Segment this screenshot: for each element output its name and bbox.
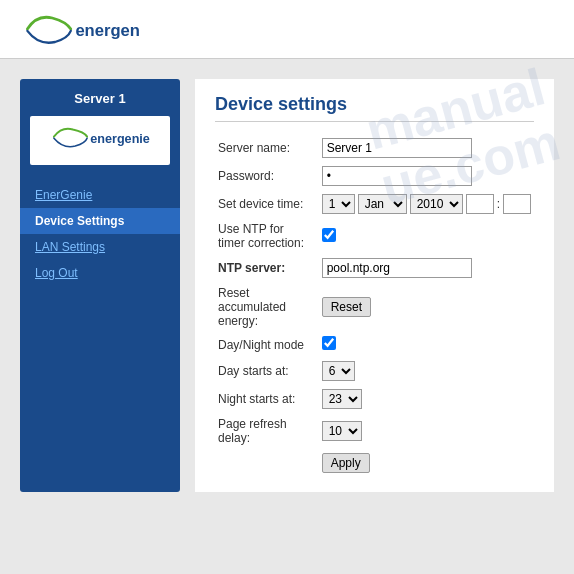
sidebar: Server 1 energenie EnerGenie Device Sett…: [20, 79, 180, 492]
month-select[interactable]: JanFebMarApr MayJunJulAug SepOctNovDec: [358, 194, 407, 214]
settings-form: Server name: Password: Set device time:: [215, 134, 534, 477]
logo-area: energenie: [20, 10, 554, 50]
hour-input[interactable]: [466, 194, 494, 214]
sidebar-server-name: Server 1: [20, 79, 180, 116]
reset-button[interactable]: Reset: [322, 297, 371, 317]
night-starts-select[interactable]: 20212223: [322, 389, 362, 409]
apply-button[interactable]: Apply: [322, 453, 370, 473]
main-layout: Server 1 energenie EnerGenie Device Sett…: [0, 59, 574, 512]
page-refresh-select[interactable]: 51015203060: [322, 421, 362, 441]
sidebar-item-energenie[interactable]: EnerGenie: [20, 182, 180, 208]
sidebar-nav: EnerGenie Device Settings LAN Settings L…: [20, 177, 180, 291]
ntp-server-input[interactable]: [322, 258, 472, 278]
sidebar-item-lan-settings[interactable]: LAN Settings: [20, 234, 180, 260]
night-starts-row: Night starts at: 20212223: [215, 385, 534, 413]
set-device-time-row: Set device time: 12345 JanFebMarApr MayJ…: [215, 190, 534, 218]
sidebar-logo-svg: energenie: [43, 124, 158, 154]
day-starts-select[interactable]: 12345 678: [322, 361, 355, 381]
ntp-server-label: NTP server:: [215, 254, 319, 282]
day-night-checkbox[interactable]: [322, 336, 336, 350]
minute-input[interactable]: [503, 194, 531, 214]
svg-text:energenie: energenie: [90, 132, 150, 146]
year-select[interactable]: 201020112012: [410, 194, 463, 214]
apply-row: Apply: [215, 449, 534, 477]
content-area: Device settings Server name: Password: S…: [195, 79, 554, 492]
use-ntp-row: Use NTP for timer correction:: [215, 218, 534, 254]
reset-energy-row: Reset accumulated energy: Reset: [215, 282, 534, 332]
page-title: Device settings: [215, 94, 534, 122]
time-separator: :: [497, 197, 500, 211]
header: energenie: [0, 0, 574, 59]
page-refresh-label: Page refresh delay:: [215, 413, 319, 449]
server-name-input[interactable]: [322, 138, 472, 158]
reset-energy-label: Reset accumulated energy:: [215, 282, 319, 332]
svg-text:energenie: energenie: [75, 21, 140, 40]
password-row: Password:: [215, 162, 534, 190]
datetime-row: 12345 JanFebMarApr MayJunJulAug SepOctNo…: [322, 194, 531, 214]
day-starts-label: Day starts at:: [215, 357, 319, 385]
day-night-mode-label: Day/Night mode: [215, 332, 319, 357]
night-starts-label: Night starts at:: [215, 385, 319, 413]
sidebar-item-device-settings[interactable]: Device Settings: [20, 208, 180, 234]
day-select[interactable]: 12345: [322, 194, 355, 214]
password-label: Password:: [215, 162, 319, 190]
server-name-row: Server name:: [215, 134, 534, 162]
server-name-label: Server name:: [215, 134, 319, 162]
password-input[interactable]: [322, 166, 472, 186]
page-refresh-row: Page refresh delay: 51015203060: [215, 413, 534, 449]
sidebar-logo: energenie: [30, 116, 170, 165]
day-night-mode-row: Day/Night mode: [215, 332, 534, 357]
energenie-logo: energenie: [20, 10, 140, 50]
use-ntp-checkbox[interactable]: [322, 228, 336, 242]
ntp-server-row: NTP server:: [215, 254, 534, 282]
set-device-time-label: Set device time:: [215, 190, 319, 218]
sidebar-item-log-out[interactable]: Log Out: [20, 260, 180, 286]
day-starts-row: Day starts at: 12345 678: [215, 357, 534, 385]
use-ntp-label: Use NTP for timer correction:: [215, 218, 319, 254]
